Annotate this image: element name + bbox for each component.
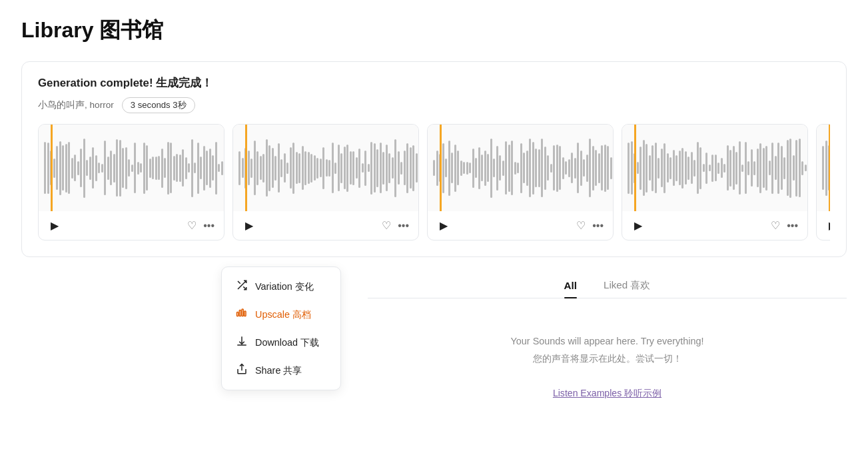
more-button-3[interactable]: •••: [592, 220, 604, 232]
dropdown-menu: Variation 变化Upscale 高档Download 下载Share 共…: [221, 266, 341, 390]
menu-item-1[interactable]: Upscale 高档: [222, 300, 340, 328]
playhead-2: [245, 125, 247, 211]
menu-label-0: Variation 变化: [255, 280, 314, 293]
menu-item-0[interactable]: Variation 变化: [222, 272, 340, 300]
empty-line1: Your Sounds will appear here. Try everyt…: [511, 333, 704, 350]
duration-badge: 3 seconds 3秒: [122, 97, 195, 113]
play-button-4[interactable]: ▶: [632, 217, 645, 234]
more-button-1[interactable]: •••: [203, 220, 215, 232]
playhead-5: [829, 125, 830, 211]
play-button-3[interactable]: ▶: [437, 217, 450, 234]
menu-icon-3: [235, 363, 248, 378]
meta-tags: 小鸟的叫声, horror: [38, 99, 114, 111]
svg-rect-3: [244, 311, 246, 316]
library-tabs: AllLiked 喜欢: [368, 273, 847, 298]
play-button-1[interactable]: ▶: [48, 217, 61, 234]
waveform-1[interactable]: [39, 125, 224, 211]
waveform-5[interactable]: [817, 125, 830, 211]
heart-button-4[interactable]: ♡: [771, 219, 780, 232]
library-section: AllLiked 喜欢 Your Sounds will appear here…: [368, 273, 847, 402]
more-button-2[interactable]: •••: [398, 220, 409, 232]
menu-label-3: Share 共享: [255, 364, 302, 377]
empty-line2: 您的声音将显示在此处。尝试一切！: [511, 350, 704, 368]
audio-card-3: ▶♡•••: [427, 124, 614, 240]
menu-item-2[interactable]: Download 下载: [222, 328, 340, 356]
playhead-3: [440, 125, 442, 211]
audio-card-1: ▶♡•••: [38, 124, 224, 240]
playhead-4: [634, 125, 636, 211]
more-button-4[interactable]: •••: [787, 220, 798, 232]
svg-rect-0: [237, 312, 238, 316]
heart-button-3[interactable]: ♡: [576, 219, 586, 232]
play-button-2[interactable]: ▶: [242, 217, 256, 234]
menu-label-1: Upscale 高档: [255, 308, 311, 321]
play-button-5[interactable]: ▶: [826, 217, 830, 234]
menu-icon-2: [235, 335, 248, 350]
tab-liked[interactable]: Liked 喜欢: [604, 273, 651, 298]
generation-header: Generation complete! 生成完成！: [38, 75, 830, 91]
waveform-4[interactable]: [622, 125, 807, 211]
audio-card-2: ▶♡•••: [232, 124, 419, 240]
heart-button-2[interactable]: ♡: [382, 219, 391, 232]
waveform-3[interactable]: [428, 125, 613, 211]
waveform-2[interactable]: [233, 125, 418, 211]
bottom-section: Variation 变化Upscale 高档Download 下载Share 共…: [21, 273, 847, 402]
empty-state: Your Sounds will appear here. Try everyt…: [511, 333, 704, 402]
listen-link[interactable]: Listen Examples 聆听示例: [553, 388, 661, 398]
playhead-1: [51, 125, 53, 211]
svg-rect-1: [239, 310, 240, 316]
generation-card: Generation complete! 生成完成！ 小鸟的叫声, horror…: [21, 61, 847, 257]
tab-all[interactable]: All: [564, 273, 577, 298]
generation-meta: 小鸟的叫声, horror 3 seconds 3秒: [38, 97, 830, 113]
menu-label-2: Download 下载: [255, 336, 319, 349]
audio-card-5: ▶♡•••: [816, 124, 830, 240]
menu-icon-1: [235, 307, 248, 322]
svg-rect-2: [242, 309, 243, 316]
page-title: Library 图书馆: [21, 16, 847, 45]
audio-card-4: ▶♡•••: [622, 124, 808, 240]
menu-item-3[interactable]: Share 共享: [222, 356, 340, 384]
menu-icon-0: [235, 279, 248, 294]
heart-button-1[interactable]: ♡: [187, 219, 197, 232]
audio-tracks: ▶♡•••▶♡•••▶♡•••▶♡•••▶♡•••: [38, 124, 830, 240]
